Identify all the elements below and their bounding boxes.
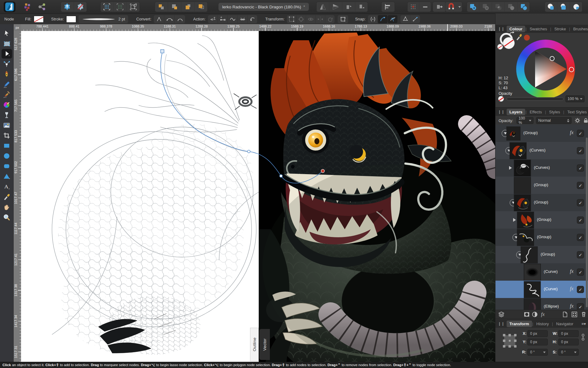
layer-thumbnail-mane[interactable] — [517, 212, 534, 229]
geometry-square-circle-icon[interactable] — [557, 2, 570, 12]
layer-thumbnail-ellipse[interactable] — [524, 299, 541, 310]
triangle-tool[interactable] — [2, 172, 12, 181]
r-field[interactable]: 0 ° — [527, 349, 548, 356]
move-to-back-icon[interactable] — [155, 2, 168, 12]
layer-row[interactable]: (Group)✓ — [495, 194, 588, 212]
outline-view-tab[interactable]: Outline — [250, 328, 259, 361]
canvas[interactable]: Outline Vector — [21, 31, 495, 362]
point-transform-tool[interactable] — [2, 59, 12, 69]
delete-layer-icon[interactable] — [580, 311, 588, 318]
force-pixel-alignment-icon[interactable] — [114, 2, 127, 12]
adjustment-icon[interactable] — [531, 311, 539, 318]
layers-opacity-value[interactable]: 100 % — [517, 117, 534, 124]
layer-thumbnail-blob[interactable] — [524, 264, 541, 281]
w-field[interactable]: 0 px — [558, 330, 579, 337]
expand-collapse-icon[interactable] — [509, 166, 512, 170]
horizontal-ruler[interactable]: 788.441888.41988.3781088.351188.311288.2… — [21, 24, 495, 31]
link-dimensions-icon[interactable] — [582, 333, 585, 342]
layer-row[interactable]: (Group)✓ — [495, 246, 588, 264]
artboard-tool[interactable] — [2, 39, 12, 48]
layers-scrollbar[interactable] — [586, 138, 588, 307]
tab-transform[interactable]: Transform — [507, 321, 532, 327]
convert-sharp-icon[interactable] — [154, 15, 164, 23]
boolean-add-icon[interactable] — [467, 2, 479, 12]
stroke-width-control[interactable]: 2 pt — [79, 15, 128, 23]
snap-to-geometry-icon[interactable] — [368, 15, 378, 23]
layer-row[interactable]: (Curve)fx✓ — [495, 263, 588, 281]
layer-thumbnail-whiskers[interactable] — [517, 229, 534, 246]
y-field[interactable]: 0 px — [527, 339, 548, 345]
layer-row[interactable]: (Group)✓ — [495, 177, 588, 194]
snap-while-dragging-icon[interactable] — [388, 15, 397, 23]
move-tool[interactable] — [2, 28, 12, 38]
pencil-tool[interactable] — [2, 80, 12, 89]
transform-hide-selection-icon[interactable] — [306, 15, 316, 23]
snap-divider-icon[interactable] — [419, 2, 431, 12]
layer-visibility-checkbox[interactable]: ✓ — [577, 199, 584, 206]
snap-off-curve-icon[interactable] — [378, 15, 388, 23]
fill-colour-well[interactable] — [503, 37, 515, 49]
no-opacity-icon[interactable] — [498, 96, 504, 102]
tab-styles[interactable]: Styles — [546, 109, 563, 115]
layer-thumbnail-dragon-head2[interactable] — [514, 195, 531, 211]
crop-tool[interactable] — [2, 131, 12, 140]
hue-marker[interactable] — [569, 67, 574, 72]
convert-smart-icon[interactable] — [175, 15, 185, 23]
layer-visibility-checkbox[interactable]: ✓ — [577, 217, 584, 224]
rectangle-tool[interactable] — [2, 141, 12, 151]
expand-collapse-icon[interactable] — [513, 218, 516, 222]
layer-row[interactable]: (Curves)✓ — [495, 142, 588, 160]
blend-mode-select[interactable]: Normal — [536, 117, 572, 124]
tab-brushes[interactable]: Brushes — [570, 26, 588, 32]
colour-picker-tool[interactable] — [2, 192, 12, 202]
transform-panel-drag-handle[interactable]: ❙❙ — [498, 322, 505, 326]
layer-visibility-checkbox[interactable]: ✓ — [577, 147, 584, 154]
saturation-marker[interactable] — [550, 56, 555, 61]
action-break-curve-icon[interactable] — [208, 15, 218, 23]
pixel-grid-icon[interactable] — [100, 2, 114, 12]
opacity-value-box[interactable]: 100 % — [565, 95, 585, 102]
colour-wheel[interactable] — [516, 40, 575, 99]
layer-visibility-checkbox[interactable]: ✓ — [577, 269, 584, 276]
tab-layers[interactable]: Layers — [507, 109, 525, 115]
text-tool[interactable]: A — [2, 182, 12, 191]
forward-one-icon[interactable] — [181, 2, 195, 12]
node-tool[interactable] — [2, 49, 12, 59]
layers-panel-drag-handle[interactable]: ❙❙ — [498, 110, 505, 114]
tab-history[interactable]: History — [534, 321, 551, 327]
layer-thumbnail-line[interactable] — [521, 247, 538, 263]
geometry-circle-square-icon[interactable] — [545, 2, 557, 12]
transform-select-nodes-icon[interactable] — [287, 15, 296, 23]
mask-layer-icon[interactable] — [523, 311, 531, 318]
view-tool[interactable] — [2, 202, 12, 212]
layer-settings-gear-icon[interactable] — [575, 118, 580, 123]
lock-icon[interactable] — [583, 118, 588, 123]
ellipse-tool[interactable] — [2, 151, 12, 161]
new-layer-icon[interactable] — [561, 311, 569, 318]
layer-row[interactable]: (Group)✓ — [495, 211, 588, 229]
action-reverse-curve-icon[interactable] — [248, 15, 257, 23]
transparency-tool[interactable] — [2, 110, 12, 120]
flip-vertical-icon[interactable] — [329, 2, 342, 12]
new-pixel-layer-icon[interactable] — [570, 311, 578, 318]
layer-visibility-checkbox[interactable]: ✓ — [577, 234, 584, 241]
layer-thumbnail-dragon-head[interactable] — [510, 142, 526, 159]
layer-visibility-checkbox[interactable]: ✓ — [577, 130, 584, 137]
action-join-curves-icon[interactable] — [238, 15, 248, 23]
share-icon[interactable] — [38, 2, 46, 12]
tab-navigator[interactable]: Navigator — [553, 321, 576, 327]
action-close-curve-icon[interactable] — [218, 15, 228, 23]
colour-panel-drag-handle[interactable]: ❙❙ — [498, 27, 505, 31]
convert-smooth-icon[interactable] — [164, 15, 175, 23]
vertical-ruler[interactable]: 517.628617.596717.565817.533917.5021017.… — [14, 31, 21, 362]
s-field[interactable]: 0 ° — [558, 349, 579, 356]
move-to-front-icon[interactable] — [195, 2, 208, 12]
layer-effects-fx-icon[interactable]: fx — [539, 311, 547, 318]
layer-thumbnail-sphere[interactable] — [514, 160, 531, 177]
snapping-button[interactable] — [445, 2, 462, 12]
rotate-cw-icon[interactable] — [355, 2, 368, 12]
rotate-ccw-icon[interactable] — [342, 2, 355, 12]
layer-row[interactable]: (Curve)fx✓ — [495, 281, 588, 298]
move-by-whole-pixels-icon[interactable] — [127, 2, 140, 12]
secondary-colour-well[interactable] — [497, 44, 503, 50]
